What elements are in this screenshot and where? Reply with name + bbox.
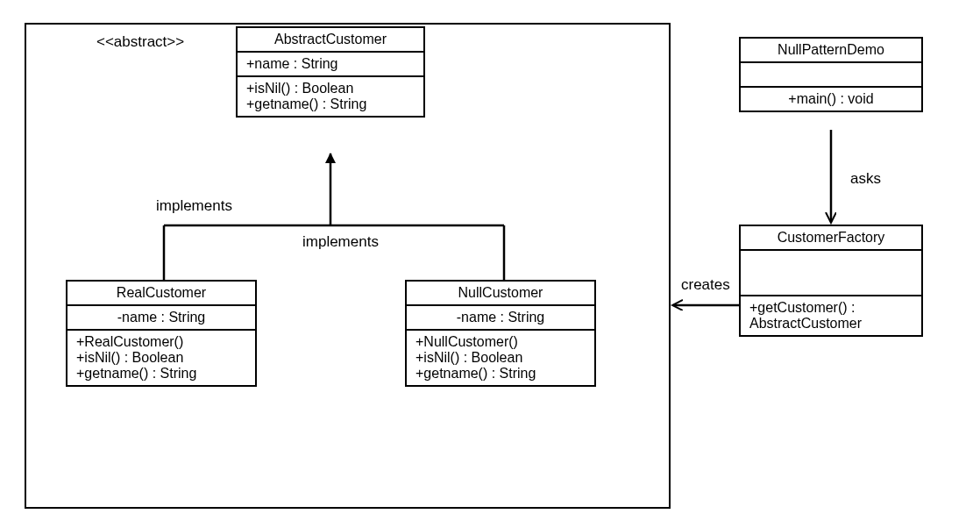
operation: +NullCustomer()	[415, 334, 586, 350]
operation: +main() : void	[749, 91, 913, 107]
class-null-pattern-demo: NullPatternDemo +main() : void	[739, 37, 923, 112]
operation: +isNil() : Boolean	[246, 81, 415, 96]
class-attributes: -name : String	[67, 306, 255, 331]
class-attributes	[741, 63, 921, 88]
label-implements-left: implements	[156, 197, 232, 215]
class-real-customer: RealCustomer -name : String +RealCustome…	[66, 280, 257, 387]
attribute: -name : String	[76, 310, 246, 325]
class-operations: +main() : void	[741, 88, 921, 111]
class-operations: +isNil() : Boolean +getname() : String	[238, 77, 423, 116]
stereotype-label: <<abstract>>	[96, 33, 184, 51]
operation: +isNil() : Boolean	[415, 350, 586, 366]
class-operations: +RealCustomer() +isNil() : Boolean +getn…	[67, 331, 255, 385]
class-operations: +getCustomer() : AbstractCustomer	[741, 296, 921, 335]
class-abstract-customer: AbstractCustomer +name : String +isNil()…	[236, 26, 425, 118]
uml-diagram: <<abstract>> AbstractCustomer +name : St…	[0, 0, 980, 528]
operation: +getCustomer() :	[749, 300, 913, 316]
class-attributes: -name : String	[407, 306, 594, 331]
class-attributes: +name : String	[238, 53, 423, 77]
class-null-customer: NullCustomer -name : String +NullCustome…	[405, 280, 596, 387]
class-customer-factory: CustomerFactory +getCustomer() : Abstrac…	[739, 225, 923, 337]
class-title: RealCustomer	[67, 282, 255, 306]
operation: +getname() : String	[76, 366, 246, 382]
operation: +getname() : String	[415, 366, 586, 382]
class-title: CustomerFactory	[741, 226, 921, 251]
class-title: NullCustomer	[407, 282, 594, 306]
class-title: AbstractCustomer	[238, 28, 423, 53]
attribute: -name : String	[415, 310, 586, 325]
operation: +isNil() : Boolean	[76, 350, 246, 366]
class-attributes	[741, 251, 921, 296]
operation: AbstractCustomer	[749, 316, 913, 332]
class-title: NullPatternDemo	[741, 39, 921, 63]
attribute: +name : String	[246, 56, 415, 72]
class-operations: +NullCustomer() +isNil() : Boolean +getn…	[407, 331, 594, 385]
label-creates: creates	[681, 276, 730, 294]
operation: +getname() : String	[246, 96, 415, 112]
operation: +RealCustomer()	[76, 334, 246, 350]
label-implements-right: implements	[302, 233, 379, 251]
label-asks: asks	[850, 170, 881, 188]
